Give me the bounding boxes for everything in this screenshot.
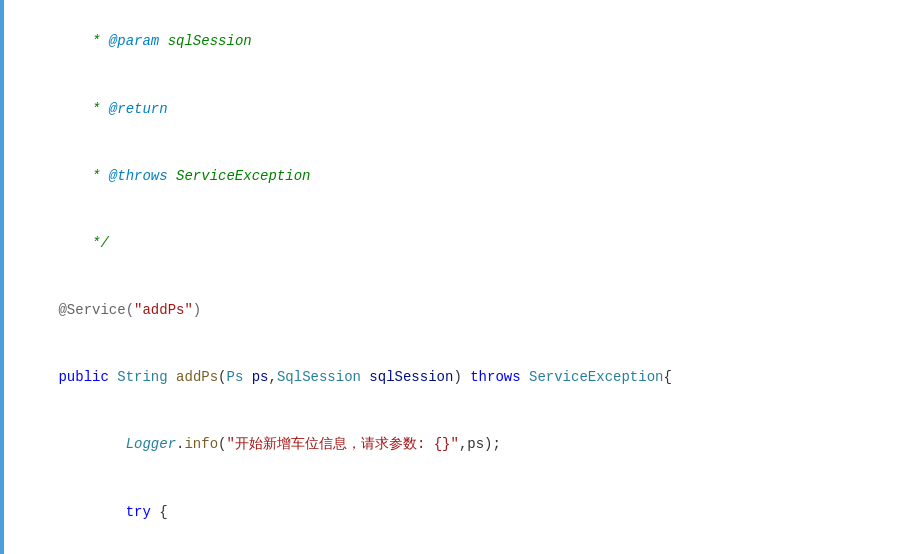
code-line: try {: [0, 478, 919, 545]
code-line: */: [0, 210, 919, 277]
left-accent-bar: [0, 0, 4, 554]
code-line: * @param sqlSession: [0, 8, 919, 75]
code-line: * @return: [0, 75, 919, 142]
code-line: * @throws ServiceException: [0, 142, 919, 209]
code-line: Logger.info("开始新增车位信息，请求参数: {}",ps);: [0, 411, 919, 478]
code-line: public String addPs(Ps ps,SqlSession sql…: [0, 344, 919, 411]
code-editor: * @param sqlSession * @return * @throws …: [0, 0, 919, 554]
code-line: @Service("addPs"): [0, 277, 919, 344]
code-line: Ps listps = new Ps();: [0, 545, 919, 554]
